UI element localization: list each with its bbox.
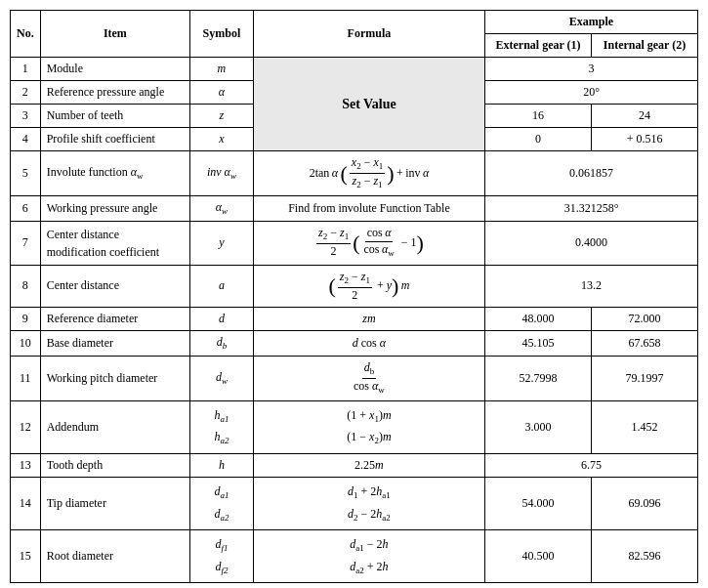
row-item: Reference diameter — [40, 308, 189, 331]
row-ex1: 40.500 — [485, 530, 592, 583]
header-external: External gear (1) — [485, 34, 592, 58]
row-example: 6.75 — [485, 453, 698, 477]
row-no: 8 — [11, 265, 41, 308]
row-symbol: m — [190, 58, 254, 81]
table-row: 12 Addendum ha1 ha2 (1 + x1)m (1 − x2)m … — [11, 400, 698, 453]
row-item: Addendum — [40, 400, 189, 453]
row-example: 0.061857 — [485, 151, 698, 196]
row-symbol: z — [190, 105, 254, 128]
row-no: 1 — [11, 58, 41, 81]
row-no: 11 — [11, 356, 41, 400]
row-ex1: 45.105 — [485, 331, 592, 356]
row-symbol: da1 da2 — [190, 477, 254, 529]
row-item: Profile shift coefficient — [40, 128, 189, 151]
row-formula: ( z2 − z1 2 + y ) m — [253, 265, 484, 308]
row-item: Working pressure angle — [40, 196, 189, 221]
table-row: 13 Tooth depth h 2.25m 6.75 — [11, 453, 698, 477]
row-formula: z2 − z1 2 ( cos α cos αw − 1 ) — [253, 221, 484, 265]
row-ex2: 1.452 — [592, 400, 698, 453]
row-symbol: αw — [190, 196, 254, 221]
row-item: Tip diameter — [40, 477, 189, 529]
row-symbol: x — [190, 128, 254, 151]
row-item: Working pitch diameter — [40, 356, 189, 400]
row-ex2: 72.000 — [592, 308, 698, 331]
row-ex1: 54.000 — [485, 477, 592, 529]
row-symbol: db — [190, 331, 254, 356]
row-no: 13 — [11, 453, 41, 477]
row-item: Number of teeth — [40, 105, 189, 128]
row-formula: zm — [253, 308, 484, 331]
row-ex2: 69.096 — [592, 477, 698, 529]
set-value-cell: Set Value — [253, 58, 484, 151]
row-formula: d1 + 2ha1 d2 − 2ha2 — [253, 477, 484, 529]
table-row: 11 Working pitch diameter dw db cos αw 5… — [11, 356, 698, 400]
row-item: Tooth depth — [40, 453, 189, 477]
header-symbol: Symbol — [190, 11, 254, 58]
row-no: 6 — [11, 196, 41, 221]
row-symbol: α — [190, 81, 254, 105]
table-row: 5 Involute function αw inv αw 2tan α ( x… — [11, 151, 698, 196]
header-example: Example — [485, 11, 698, 34]
row-symbol: y — [190, 221, 254, 265]
row-formula: (1 + x1)m (1 − x2)m — [253, 400, 484, 453]
row-symbol: a — [190, 265, 254, 308]
row-ex2: 79.1997 — [592, 356, 698, 400]
row-symbol: d — [190, 308, 254, 331]
header-internal: Internal gear (2) — [592, 34, 698, 58]
row-example: 0.4000 — [485, 221, 698, 265]
row-item: Base diameter — [40, 331, 189, 356]
row-item: Module — [40, 58, 189, 81]
row-symbol: h — [190, 453, 254, 477]
row-ex2: 82.596 — [592, 530, 698, 583]
row-no: 12 — [11, 400, 41, 453]
header-formula: Formula — [253, 11, 484, 58]
row-symbol: df1 df2 — [190, 530, 254, 583]
row-symbol: dw — [190, 356, 254, 400]
row-item: Root diameter — [40, 530, 189, 583]
row-formula: Find from involute Function Table — [253, 196, 484, 221]
row-no: 5 — [11, 151, 41, 196]
table-row: 9 Reference diameter d zm 48.000 72.000 — [11, 308, 698, 331]
table-row: 1 Module m Set Value 3 — [11, 58, 698, 81]
row-no: 7 — [11, 221, 41, 265]
row-no: 15 — [11, 530, 41, 583]
table-row: 8 Center distance a ( z2 − z1 2 + y ) m … — [11, 265, 698, 308]
row-ex2: 24 — [592, 105, 698, 128]
row-formula: da1 − 2h da2 + 2h — [253, 530, 484, 583]
row-symbol: inv αw — [190, 151, 254, 196]
row-ex1: 48.000 — [485, 308, 592, 331]
row-ex1: 52.7998 — [485, 356, 592, 400]
table-row: 6 Working pressure angle αw Find from in… — [11, 196, 698, 221]
table-row: 7 Center distancemodification coefficien… — [11, 221, 698, 265]
row-item: Involute function αw — [40, 151, 189, 196]
table-row: 15 Root diameter df1 df2 da1 − 2h da2 + … — [11, 530, 698, 583]
row-no: 3 — [11, 105, 41, 128]
row-ex2: + 0.516 — [592, 128, 698, 151]
row-no: 10 — [11, 331, 41, 356]
row-item: Center distance — [40, 265, 189, 308]
row-ex1: 16 — [485, 105, 592, 128]
row-no: 14 — [11, 477, 41, 529]
row-example: 31.321258° — [485, 196, 698, 221]
table-row: 14 Tip diameter da1 da2 d1 + 2ha1 d2 − 2… — [11, 477, 698, 529]
row-ex2: 67.658 — [592, 331, 698, 356]
row-formula: 2tan α ( x2 − x1 z2 − z1 ) + inv α — [253, 151, 484, 196]
row-symbol: ha1 ha2 — [190, 400, 254, 453]
row-item: Reference pressure angle — [40, 81, 189, 105]
header-item: Item — [40, 11, 189, 58]
row-ex1: 3.000 — [485, 400, 592, 453]
row-no: 2 — [11, 81, 41, 105]
row-example: 20° — [485, 81, 698, 105]
row-no: 4 — [11, 128, 41, 151]
row-item: Center distancemodification coefficient — [40, 221, 189, 265]
row-example: 3 — [485, 58, 698, 81]
row-formula: db cos αw — [253, 356, 484, 400]
row-example: 13.2 — [485, 265, 698, 308]
row-formula: 2.25m — [253, 453, 484, 477]
row-no: 9 — [11, 308, 41, 331]
row-formula: d cos α — [253, 331, 484, 356]
table-row: 10 Base diameter db d cos α 45.105 67.65… — [11, 331, 698, 356]
header-no: No. — [11, 11, 41, 58]
row-ex1: 0 — [485, 128, 592, 151]
